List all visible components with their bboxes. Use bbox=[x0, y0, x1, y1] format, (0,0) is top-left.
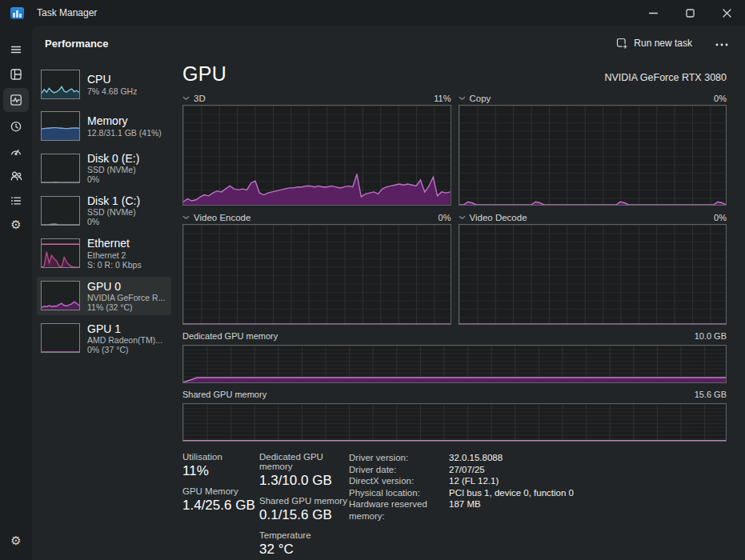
chart-3d bbox=[182, 105, 451, 206]
detail-physical-location: Physical location: PCI bus 1, device 0, … bbox=[349, 487, 727, 499]
shared-memory-max: 15.6 GB bbox=[695, 390, 727, 402]
sidebar-item-cpu[interactable]: CPU 7% 4.68 GHz bbox=[37, 66, 171, 103]
sidebar-item-sub2: 0% (37 °C) bbox=[87, 345, 162, 354]
rail-services-button[interactable]: ⚙ bbox=[3, 213, 29, 238]
chart-copy bbox=[459, 105, 727, 206]
more-options-button[interactable] bbox=[710, 38, 734, 49]
disk0-thumbnail-chart bbox=[41, 154, 80, 183]
engine-percent: 0% bbox=[439, 213, 451, 222]
engine-section-video-encode: Video Encode 0% bbox=[182, 210, 451, 325]
detail-hardware-reserved: Hardware reserved memory: 187 MB bbox=[349, 498, 727, 522]
detail-directx-version: DirectX version: 12 (FL 12.1) bbox=[349, 475, 727, 487]
close-button[interactable] bbox=[708, 0, 745, 26]
rail-performance-button[interactable] bbox=[3, 88, 29, 112]
window-controls bbox=[635, 0, 745, 26]
rail-users-button[interactable] bbox=[3, 163, 29, 188]
engine-section-copy: Copy 0% bbox=[459, 91, 727, 206]
sidebar-item-disk1[interactable]: Disk 1 (C:) SSD (NVMe) 0% bbox=[37, 191, 171, 230]
maximize-icon bbox=[686, 9, 695, 18]
gpu-details: Driver version: 32.0.15.8088 Driver date… bbox=[349, 452, 727, 560]
dedicated-memory-label: Dedicated GPU memory bbox=[182, 331, 278, 343]
engine-selector-copy[interactable]: Copy bbox=[459, 94, 491, 103]
sidebar-item-sub: AMD Radeon(TM)... bbox=[87, 335, 162, 345]
gpu-heading: GPU bbox=[182, 62, 226, 86]
cpu-thumbnail-chart bbox=[41, 70, 80, 99]
sidebar-item-sub2: S: 0 R: 0 Kbps bbox=[87, 260, 142, 270]
ellipsis-icon bbox=[715, 43, 728, 46]
performance-icon bbox=[10, 94, 22, 106]
run-new-task-button[interactable]: Run new task bbox=[610, 34, 699, 54]
services-icon: ⚙ bbox=[10, 219, 21, 231]
navigation-rail: ⚙ ⚙ bbox=[0, 26, 32, 560]
stat-temperature: Temperature 32 °C bbox=[259, 530, 349, 558]
sidebar-item-title: Disk 0 (E:) bbox=[87, 152, 139, 165]
detail-driver-version: Driver version: 32.0.15.8088 bbox=[349, 452, 727, 464]
dedicated-memory-max: 10.0 GB bbox=[695, 331, 727, 343]
sidebar-item-sub: SSD (NVMe) bbox=[87, 207, 140, 217]
chevron-down-icon bbox=[459, 96, 466, 101]
gpu-detail-panel: GPU NVIDIA GeForce RTX 3080 3D 11% bbox=[182, 62, 727, 560]
sidebar-item-sub: Ethernet 2 bbox=[87, 250, 142, 260]
engine-selector-video-decode[interactable]: Video Decode bbox=[459, 213, 527, 222]
stat-dedicated-memory: Dedicated GPU memory 1.3/10.0 GB bbox=[259, 452, 349, 489]
sidebar-item-title: Ethernet bbox=[87, 237, 142, 250]
sidebar-item-sub: 7% 4.68 GHz bbox=[87, 86, 137, 96]
chevron-down-icon bbox=[182, 96, 190, 101]
maximize-button[interactable] bbox=[671, 0, 708, 26]
sidebar-item-sub2: 0% bbox=[87, 217, 140, 226]
sidebar-item-disk0[interactable]: Disk 0 (E:) SSD (NVMe) 0% bbox=[37, 149, 171, 187]
sidebar-item-memory[interactable]: Memory 12.8/31.1 GB (41%) bbox=[37, 107, 171, 145]
sidebar-item-sub: 12.8/31.1 GB (41%) bbox=[87, 128, 162, 138]
rail-processes-button[interactable] bbox=[3, 62, 29, 86]
rail-startup-apps-button[interactable] bbox=[3, 138, 29, 163]
rail-settings-button[interactable]: ⚙ bbox=[3, 529, 29, 554]
minimize-button[interactable] bbox=[635, 0, 671, 26]
dedicated-memory-section: Dedicated GPU memory 10.0 GB bbox=[182, 331, 727, 383]
sidebar-item-gpu1[interactable]: GPU 1 AMD Radeon(TM)... 0% (37 °C) bbox=[37, 319, 171, 358]
sidebar-item-gpu0[interactable]: GPU 0 NVIDIA GeForce R... 11% (32 °C) bbox=[37, 277, 171, 315]
app-history-icon bbox=[10, 120, 22, 133]
ethernet-thumbnail-chart bbox=[41, 238, 80, 268]
detail-driver-date: Driver date: 27/07/25 bbox=[349, 464, 727, 476]
engine-section-video-decode: Video Decode 0% bbox=[459, 210, 727, 325]
engine-selector-3d[interactable]: 3D bbox=[182, 94, 206, 103]
task-manager-logo-icon bbox=[10, 7, 24, 19]
chevron-down-icon bbox=[459, 215, 466, 220]
disk1-thumbnail-chart bbox=[41, 196, 80, 226]
window-title: Task Manager bbox=[37, 7, 97, 18]
engine-label: Video Decode bbox=[470, 213, 527, 222]
sidebar-item-sub: NVIDIA GeForce R... bbox=[87, 293, 165, 302]
sidebar-item-title: CPU bbox=[87, 73, 137, 86]
minimize-icon bbox=[649, 9, 658, 18]
engine-selector-video-encode[interactable]: Video Encode bbox=[182, 213, 250, 222]
chart-dedicated-memory bbox=[182, 345, 727, 383]
gpu0-thumbnail-chart bbox=[41, 281, 80, 310]
sidebar-item-sub2: 0% bbox=[87, 174, 139, 184]
menu-icon bbox=[10, 43, 22, 56]
shared-memory-section: Shared GPU memory 15.6 GB bbox=[182, 390, 727, 442]
chart-video-decode bbox=[459, 224, 727, 325]
run-new-task-label: Run new task bbox=[634, 38, 692, 49]
chart-shared-memory bbox=[182, 403, 727, 442]
engine-percent: 11% bbox=[434, 94, 451, 103]
gpu1-thumbnail-chart bbox=[41, 323, 80, 353]
engine-label: Video Encode bbox=[194, 213, 250, 222]
close-icon bbox=[723, 9, 731, 18]
performance-sidebar: CPU 7% 4.68 GHz Memory 12.8/31.1 GB (41%… bbox=[37, 66, 171, 358]
users-icon bbox=[10, 170, 23, 182]
rail-app-history-button[interactable] bbox=[3, 114, 29, 138]
chart-video-encode bbox=[182, 224, 451, 325]
rail-menu-button[interactable] bbox=[3, 37, 29, 62]
sidebar-item-sub2: 11% (32 °C) bbox=[87, 302, 165, 312]
rail-details-button[interactable] bbox=[3, 188, 29, 213]
page-title: Performance bbox=[45, 38, 108, 50]
titlebar: Task Manager bbox=[0, 0, 745, 26]
main-panel: Performance Run new task CPU 7% 4.68 GHz bbox=[32, 26, 745, 560]
sidebar-item-ethernet[interactable]: Ethernet Ethernet 2 S: 0 R: 0 Kbps bbox=[37, 234, 171, 272]
page-header: Performance Run new task bbox=[32, 26, 745, 61]
gpu-device-name: NVIDIA GeForce RTX 3080 bbox=[604, 72, 727, 83]
gpu-stats: Utilisation 11% GPU Memory 1.4/25.6 GB D… bbox=[182, 452, 727, 560]
new-task-icon bbox=[616, 38, 628, 50]
startup-apps-icon bbox=[10, 145, 22, 158]
shared-memory-label: Shared GPU memory bbox=[182, 390, 266, 402]
